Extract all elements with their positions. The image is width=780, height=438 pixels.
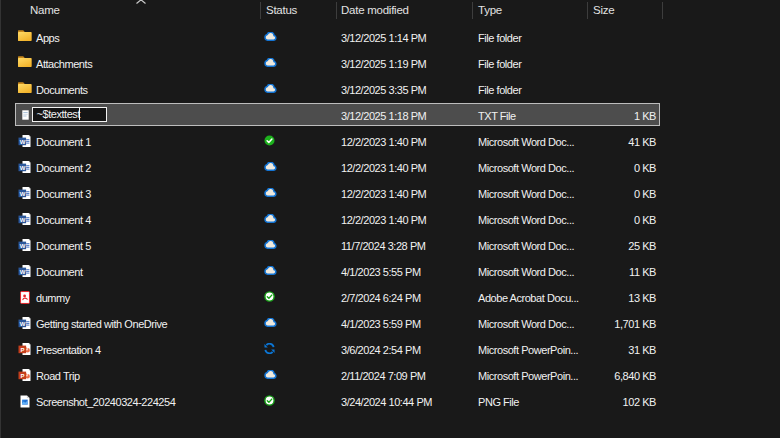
svg-text:W: W	[20, 138, 26, 144]
svg-text:W: W	[20, 242, 26, 248]
svg-text:W: W	[20, 164, 26, 170]
svg-text:P: P	[21, 372, 25, 378]
svg-text:W: W	[20, 190, 26, 196]
svg-text:W: W	[20, 268, 26, 274]
svg-text:W: W	[20, 320, 26, 326]
svg-text:P: P	[21, 346, 25, 352]
svg-text:W: W	[20, 216, 26, 222]
